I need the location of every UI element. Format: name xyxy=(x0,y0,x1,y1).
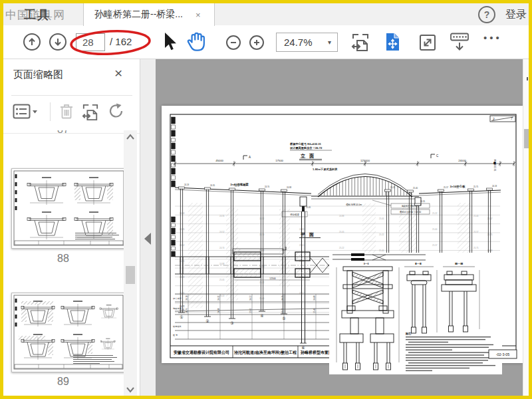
hide-toolbar-button[interactable] xyxy=(450,33,469,52)
more-tools-button[interactable]: ••• xyxy=(483,32,502,43)
fullscreen-button[interactable] xyxy=(419,34,436,51)
scroll-up-icon[interactable] xyxy=(126,134,135,140)
rotate-icon xyxy=(110,104,122,117)
panel-scrollbar-thumb[interactable] xyxy=(126,266,135,284)
toolbar-divider xyxy=(50,102,51,121)
sheet-number: -02-3-05 xyxy=(496,352,509,356)
minus-icon xyxy=(229,39,237,47)
thumbnail-label-88: 88 xyxy=(3,253,123,265)
next-page-button[interactable] xyxy=(49,33,66,51)
document-viewer[interactable]: 2 7 45000 17500 125000 24000 桥梁中心桩号 K6+6… xyxy=(155,59,523,396)
hand-icon xyxy=(188,33,204,51)
tab-close-icon[interactable]: × xyxy=(196,10,201,20)
zoom-level-value: 24.7% xyxy=(284,37,328,48)
panel-title: 页面缩略图 xyxy=(13,68,63,81)
plus-icon xyxy=(253,39,261,47)
detail-section2-label: Ⅱ—Ⅱ xyxy=(415,262,422,265)
rotate-page-button[interactable] xyxy=(108,103,123,120)
arrow-down-icon xyxy=(53,37,63,47)
detail-section1-label: Ⅰ—Ⅰ xyxy=(364,262,369,265)
thumbnail-88-drawing xyxy=(12,169,126,248)
select-tool-button[interactable] xyxy=(162,32,178,52)
panel-collapse-button[interactable] xyxy=(144,233,151,245)
scroll-position-mark xyxy=(527,77,528,80)
panel-collapse-strip xyxy=(140,59,156,396)
toolbar-collapse-icon xyxy=(451,34,468,50)
resize-pages-button[interactable] xyxy=(82,104,99,120)
thumbnails-panel: 页面缩略图 × xyxy=(3,59,140,396)
notes-label: 附注: xyxy=(406,332,412,336)
capture-frame-right xyxy=(529,0,532,399)
zoom-level-dropdown[interactable]: 24.7% ▾ xyxy=(276,33,338,52)
panel-toolbar xyxy=(3,98,140,128)
thumbnail-label-89: 89 xyxy=(3,376,123,388)
zoom-out-button[interactable] xyxy=(226,35,241,50)
document-tab[interactable]: 孙疃桥第二册--桥梁... × xyxy=(83,3,215,26)
tab-title: 孙疃桥第二册--桥梁... xyxy=(94,9,194,21)
previous-page-button[interactable] xyxy=(23,33,41,51)
arrow-up-icon xyxy=(27,37,37,47)
fit-width-icon xyxy=(352,35,368,51)
main-toolbar: 28 / 162 24.7% ▾ xyxy=(3,25,529,59)
fit-width-button[interactable] xyxy=(351,33,370,51)
capture-frame-left xyxy=(0,0,3,399)
chevron-down-icon: ▾ xyxy=(328,39,331,46)
thumbnail-label-87-clipped: 87 xyxy=(3,130,123,136)
help-button[interactable]: ? xyxy=(478,6,495,23)
login-button[interactable]: 登录 xyxy=(505,8,529,22)
watermark-overlay-text: 工具 xyxy=(24,7,51,23)
thumbnail-options-button[interactable] xyxy=(13,104,38,120)
scroll-down-icon[interactable] xyxy=(126,386,135,393)
trash-icon xyxy=(61,105,72,118)
page-thumbnail-89[interactable] xyxy=(11,293,126,372)
title-bar: 中国道具网 工具 孙疃桥第二册--桥梁... × ? 登录 xyxy=(3,3,529,25)
zoom-in-button[interactable] xyxy=(249,35,264,50)
page-thumbnail-88[interactable] xyxy=(11,168,126,249)
pier-detail-drawing: Ⅰ—Ⅰ Ⅱ—Ⅱ xyxy=(155,59,523,396)
detail-section3-label: Ⅲ—Ⅲ xyxy=(455,262,463,265)
viewer-scrollbar-thumb[interactable] xyxy=(524,129,529,148)
expand-icon xyxy=(420,35,435,50)
fit-page-icon xyxy=(386,33,399,51)
help-icon: ? xyxy=(484,9,490,20)
thumbnail-89-drawing xyxy=(12,293,125,372)
cursor-icon xyxy=(165,33,176,50)
options-icon xyxy=(14,105,38,118)
panel-scrollbar[interactable] xyxy=(124,130,137,396)
capture-frame-top xyxy=(0,0,532,3)
red-circle-annotation xyxy=(68,29,152,57)
resize-page-icon xyxy=(83,105,97,120)
panel-close-button[interactable]: × xyxy=(114,65,122,81)
fit-page-button[interactable] xyxy=(384,33,402,51)
delete-page-button[interactable] xyxy=(60,103,73,120)
capture-frame-bottom xyxy=(0,396,532,399)
hand-tool-button[interactable] xyxy=(186,31,208,54)
